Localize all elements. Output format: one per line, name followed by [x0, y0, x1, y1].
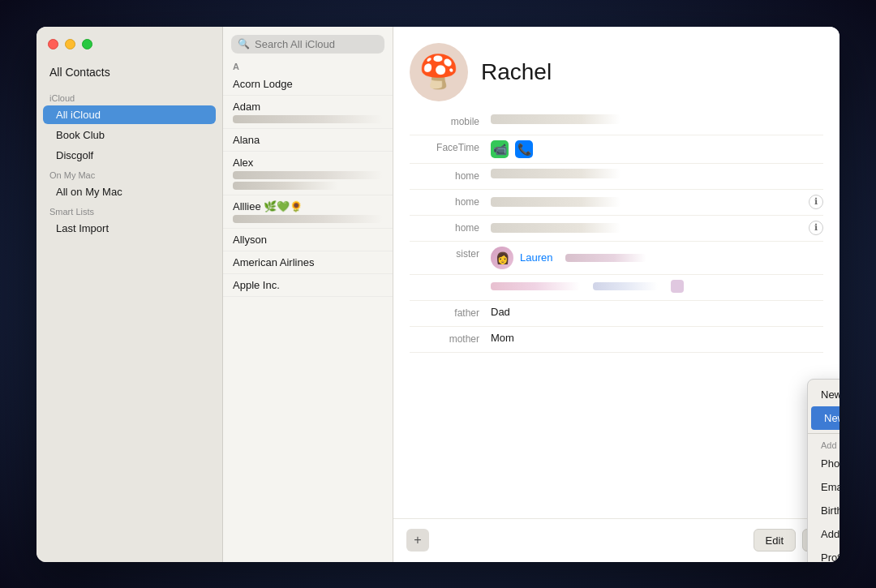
on-my-mac-section-label: On My Mac: [36, 165, 222, 182]
menu-item-address[interactable]: Address: [808, 522, 840, 546]
sister-name[interactable]: Lauren: [520, 251, 552, 264]
field-value-home-1: [491, 169, 823, 178]
blur-value: [491, 114, 620, 124]
field-row-mobile: mobile: [410, 109, 823, 135]
blur-value: [491, 197, 620, 207]
dropdown-menu: New Contact New List Add Field to Card: …: [807, 379, 840, 562]
search-bar: 🔍: [223, 27, 393, 60]
field-label-home-2: home: [410, 195, 491, 208]
contacts-scroll[interactable]: A Acorn Lodge Adam Alana Alex Allliee 🌿💚…: [223, 60, 393, 562]
field-row-home-2: home ℹ: [410, 190, 823, 216]
sidebar: All Contacts iCloud All iCloud Book Club…: [36, 27, 223, 562]
bottom-bar: + Edit ↑: [393, 518, 840, 562]
blur-value: [671, 280, 684, 293]
contact-item-alana[interactable]: Alana: [223, 129, 393, 152]
contact-item-american-airlines[interactable]: American Airlines: [223, 251, 393, 274]
field-value-sister: 👩 Lauren: [491, 247, 823, 269]
field-value-facetime[interactable]: 📹 📞: [491, 140, 823, 158]
info-button-1[interactable]: ℹ: [809, 195, 823, 209]
detail-panel: 🍄 Rachel mobile FaceTime 📹 📞: [393, 27, 840, 562]
field-row-facetime: FaceTime 📹 📞: [410, 135, 823, 164]
menu-item-new-contact[interactable]: New Contact: [808, 383, 840, 406]
field-value-father: Dad: [491, 306, 823, 318]
menu-item-new-list[interactable]: New List: [811, 406, 840, 430]
close-button[interactable]: [48, 39, 58, 49]
field-value-mobile: [491, 114, 823, 124]
sister-avatar: 👩: [491, 247, 513, 269]
sidebar-item-last-import[interactable]: Last Import: [43, 219, 216, 238]
main-window: All Contacts iCloud All iCloud Book Club…: [36, 27, 840, 562]
all-contacts-label[interactable]: All Contacts: [36, 62, 222, 88]
father-value: Dad: [491, 306, 510, 318]
sidebar-item-all-icloud[interactable]: All iCloud: [43, 105, 216, 124]
sidebar-item-discgolf[interactable]: Discgolf: [43, 146, 216, 165]
contact-blur-line: [233, 215, 383, 223]
field-row-home-1: home: [410, 164, 823, 190]
blur-value: [491, 223, 620, 233]
menu-divider-1: [808, 433, 840, 434]
contact-blur-line: [233, 171, 383, 179]
info-button-2[interactable]: ℹ: [809, 221, 823, 235]
menu-item-email[interactable]: Email: [808, 475, 840, 499]
field-label-home-3: home: [410, 221, 491, 234]
contact-item-apple-inc[interactable]: Apple Inc.: [223, 274, 393, 297]
field-value-home-3: ℹ: [491, 221, 823, 235]
detail-content: mobile FaceTime 📹 📞 home: [393, 109, 840, 518]
menu-section-add-field: Add Field to Card:: [808, 437, 840, 452]
field-label-mother: mother: [410, 332, 491, 345]
contact-item-acorn-lodge[interactable]: Acorn Lodge: [223, 73, 393, 96]
field-label-facetime: FaceTime: [410, 140, 491, 153]
contact-item-allyson[interactable]: Allyson: [223, 229, 393, 251]
icloud-section-label: iCloud: [36, 88, 222, 105]
field-label-mobile: mobile: [410, 114, 491, 127]
menu-item-birthday[interactable]: Birthday: [808, 499, 840, 522]
field-label-sister: sister: [410, 247, 491, 260]
contact-item-adam[interactable]: Adam: [223, 96, 393, 129]
sister-blur: [565, 254, 646, 262]
search-icon: 🔍: [238, 38, 250, 49]
mother-value: Mom: [491, 332, 514, 344]
field-value-mother: Mom: [491, 332, 823, 344]
blur-value: [593, 282, 658, 290]
field-label-home-1: home: [410, 169, 491, 182]
search-input[interactable]: [255, 38, 378, 50]
field-label-father: father: [410, 306, 491, 319]
section-header-a: A: [223, 60, 393, 73]
edit-button[interactable]: Edit: [754, 529, 796, 552]
contact-item-alex[interactable]: Alex: [223, 152, 393, 195]
avatar: 🍄: [410, 43, 468, 101]
field-row-mother: mother Mom: [410, 327, 823, 353]
field-row-home-3: home ℹ: [410, 216, 823, 242]
fullscreen-button[interactable]: [82, 39, 92, 49]
facetime-video-icon[interactable]: 📹: [491, 140, 509, 158]
menu-item-profile[interactable]: Profile: [808, 546, 840, 562]
contact-item-allliee[interactable]: Allliee 🌿💚🌻: [223, 195, 393, 229]
add-button[interactable]: +: [406, 529, 429, 552]
field-label-empty: [410, 280, 491, 281]
search-input-wrapper[interactable]: 🔍: [231, 35, 384, 54]
contact-blur-line: [233, 115, 383, 123]
menu-item-phone[interactable]: Phone: [808, 452, 840, 475]
titlebar: [36, 27, 222, 62]
minimize-button[interactable]: [65, 39, 75, 49]
facetime-icons: 📹 📞: [491, 140, 533, 158]
field-row-sister-blur: [410, 275, 823, 301]
field-value-home-2: ℹ: [491, 195, 823, 209]
sidebar-item-all-on-my-mac[interactable]: All on My Mac: [43, 182, 216, 201]
facetime-phone-icon[interactable]: 📞: [515, 140, 533, 158]
smart-lists-section-label: Smart Lists: [36, 202, 222, 218]
detail-header: 🍄 Rachel: [393, 27, 840, 109]
sidebar-item-book-club[interactable]: Book Club: [43, 126, 216, 144]
field-row-sister: sister 👩 Lauren: [410, 242, 823, 275]
field-value-sister-blur: [491, 280, 823, 293]
field-row-father: father Dad: [410, 301, 823, 327]
contacts-list-panel: 🔍 A Acorn Lodge Adam Alana Alex All: [223, 27, 393, 562]
blur-value: [491, 169, 620, 178]
contact-blur-line-2: [233, 182, 338, 190]
contact-name: Rachel: [481, 59, 552, 85]
blur-value: [491, 282, 580, 290]
